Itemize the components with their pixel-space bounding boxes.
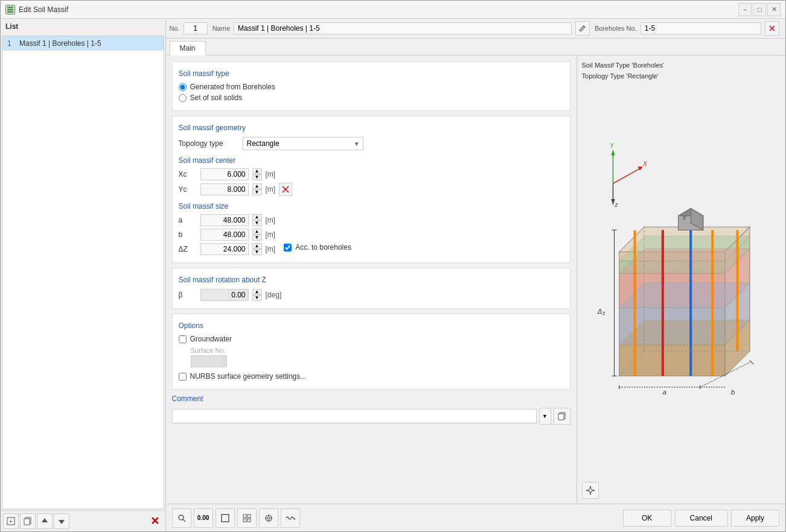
- list-actions: + ✕: [1, 510, 165, 531]
- dz-input[interactable]: [200, 243, 249, 255]
- svg-marker-7: [42, 518, 48, 522]
- radio-generated[interactable]: Generated from Boreholes: [179, 83, 564, 91]
- coordinate-axes: Y X z: [610, 143, 648, 209]
- a-input[interactable]: [200, 214, 249, 226]
- svg-text:b: b: [731, 388, 735, 396]
- delete-item-button[interactable]: ✕: [147, 513, 163, 529]
- nurbs-checkbox[interactable]: [179, 373, 187, 381]
- acc-to-boreholes-checkbox[interactable]: [284, 244, 292, 252]
- xc-row: Xc ▲ ▼ [m]: [179, 168, 564, 180]
- apply-button[interactable]: Apply: [731, 510, 779, 527]
- svg-rect-75: [248, 519, 251, 522]
- zoom-button[interactable]: [172, 508, 191, 528]
- move-down-button[interactable]: [54, 513, 69, 529]
- cancel-button[interactable]: Cancel: [675, 510, 727, 527]
- svg-point-69: [179, 515, 184, 520]
- info-row: No. Name Boreholes No.: [166, 19, 785, 39]
- a-label: a: [179, 216, 197, 224]
- minimize-button[interactable]: −: [738, 3, 752, 16]
- groundwater-label: Groundwater: [190, 335, 232, 343]
- no-label: No.: [170, 25, 180, 32]
- list-item[interactable]: 1 Massif 1 | Boreholes | 1-5: [2, 36, 164, 51]
- topology-type-select[interactable]: Rectangle Cylinder Free: [243, 137, 363, 150]
- boreholes-no-label: Boreholes No.: [595, 25, 637, 32]
- a-down-button[interactable]: ▼: [252, 220, 262, 226]
- yc-down-button[interactable]: ▼: [252, 189, 262, 195]
- wave-button[interactable]: [281, 508, 300, 528]
- svg-line-63: [750, 361, 753, 364]
- comment-copy-button[interactable]: [554, 408, 570, 425]
- yc-input[interactable]: [200, 183, 249, 195]
- diagram-panel: Soil Massif Type 'Boreholes' Topology Ty…: [577, 55, 785, 504]
- diagram-settings-button[interactable]: [582, 482, 599, 499]
- surface-no-input[interactable]: [191, 355, 227, 367]
- boreholes-no-input[interactable]: [641, 22, 761, 34]
- beta-label: β: [179, 291, 197, 299]
- xc-unit: [m]: [266, 170, 276, 179]
- target-button[interactable]: [259, 508, 278, 528]
- beta-down-button[interactable]: ▼: [252, 295, 262, 301]
- comment-dropdown-button[interactable]: ▼: [539, 408, 551, 425]
- beta-input[interactable]: [200, 289, 249, 301]
- add-item-button[interactable]: +: [3, 513, 19, 529]
- xc-input[interactable]: [200, 168, 249, 180]
- maximize-button[interactable]: □: [753, 3, 766, 16]
- svg-rect-73: [248, 515, 251, 518]
- svg-rect-15: [558, 414, 564, 420]
- radio-set[interactable]: Set of soil solids: [179, 93, 564, 102]
- b-input[interactable]: [200, 229, 249, 241]
- dz-down-button[interactable]: ▼: [252, 249, 262, 255]
- svg-text:X: X: [642, 161, 647, 168]
- comment-label: Comment: [172, 394, 570, 403]
- window-title: Edit Soil Massif: [19, 5, 68, 14]
- groundwater-row[interactable]: Groundwater: [179, 335, 564, 343]
- tab-main[interactable]: Main: [170, 41, 206, 55]
- yc-link-button[interactable]: [279, 183, 292, 196]
- svg-rect-65: [590, 486, 591, 488]
- close-button[interactable]: ✕: [767, 3, 781, 16]
- view-button[interactable]: [216, 508, 235, 528]
- bottom-right-buttons: OK Cancel Apply: [623, 510, 779, 527]
- form-panel: Soil massif type Generated from Borehole…: [166, 55, 577, 504]
- dz-up-button[interactable]: ▲: [252, 243, 262, 249]
- bottom-left-tools: 0.00: [172, 508, 300, 528]
- name-input[interactable]: [234, 22, 572, 34]
- yc-label: Yc: [179, 185, 197, 194]
- acc-to-boreholes-row[interactable]: Acc. to boreholes: [284, 243, 351, 252]
- list-area: 1 Massif 1 | Boreholes | 1-5: [2, 36, 164, 509]
- xc-up-button[interactable]: ▲: [252, 168, 262, 174]
- svg-point-77: [267, 517, 270, 519]
- main-window: Edit Soil Massif − □ ✕ List 1 Massif 1 |…: [0, 0, 786, 532]
- diagram-topology-text: Topology Type 'Rectangle': [582, 71, 781, 82]
- a-up-button[interactable]: ▲: [252, 214, 262, 220]
- a-row: a ▲ ▼ [m]: [179, 214, 564, 226]
- yc-unit: [m]: [266, 185, 276, 194]
- xc-down-button[interactable]: ▼: [252, 174, 262, 180]
- list-item-label: Massif 1 | Boreholes | 1-5: [19, 39, 101, 48]
- beta-row: β ▲ ▼ [deg]: [179, 289, 564, 301]
- move-up-button[interactable]: [37, 513, 53, 529]
- svg-marker-17: [611, 150, 615, 156]
- groundwater-checkbox[interactable]: [179, 335, 187, 343]
- units-button[interactable]: 0.00: [194, 508, 213, 528]
- b-down-button[interactable]: ▼: [252, 235, 262, 241]
- ok-button[interactable]: OK: [623, 510, 671, 527]
- grid-button[interactable]: [237, 508, 257, 528]
- comment-input[interactable]: [172, 409, 537, 423]
- nurbs-row[interactable]: NURBS surface geometry settings...: [179, 372, 564, 381]
- b-row: b ▲ ▼ [m]: [179, 229, 564, 241]
- soil-massif-size-label: Soil massif size: [179, 202, 564, 211]
- rotation-header: Soil massif rotation about Z: [179, 276, 564, 284]
- name-edit-button[interactable]: [575, 21, 590, 36]
- copy-item-button[interactable]: [20, 513, 36, 529]
- dz-row: ΔZ ▲ ▼ [m] Acc. to boreholes: [179, 243, 564, 255]
- beta-unit: [deg]: [266, 291, 282, 299]
- svg-rect-6: [24, 519, 30, 525]
- b-up-button[interactable]: ▲: [252, 229, 262, 235]
- name-label: Name: [212, 25, 230, 32]
- no-input[interactable]: [184, 22, 208, 34]
- beta-up-button[interactable]: ▲: [252, 289, 262, 295]
- boreholes-clear-button[interactable]: [765, 21, 779, 36]
- xc-label: Xc: [179, 170, 197, 179]
- yc-up-button[interactable]: ▲: [252, 183, 262, 189]
